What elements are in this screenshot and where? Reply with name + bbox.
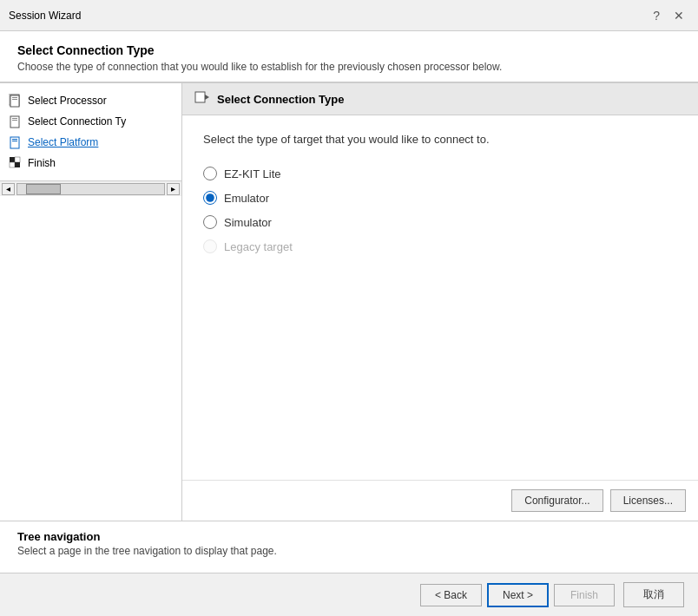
content-description: Select the type of target that you would… [203, 133, 677, 146]
nav-item-select-platform[interactable]: Select Platform [0, 132, 181, 153]
scroll-thumb [26, 184, 61, 194]
radio-item-emulator[interactable]: Emulator [203, 191, 677, 205]
content-header: Select Connection Type [182, 83, 698, 115]
nav-label-select-connection: Select Connection Ty [28, 115, 126, 128]
radio-label-ezkit: EZ-KIT Lite [224, 167, 281, 180]
nav-tree-wrapper: Select Processor Select Connection Ty Se… [0, 83, 182, 521]
svg-rect-16 [15, 162, 20, 167]
svg-rect-17 [195, 92, 205, 102]
tree-nav-footer-title: Tree navigation [17, 530, 681, 543]
svg-rect-6 [12, 99, 17, 100]
licenses-button[interactable]: Licenses... [610, 489, 686, 512]
close-button[interactable]: ✕ [668, 8, 689, 23]
page-icon-select-platform [9, 135, 23, 149]
radio-item-legacy: Legacy target [203, 239, 677, 253]
wizard-header: Select Connection Type Choose the type o… [0, 31, 698, 82]
nav-label-select-processor: Select Processor [28, 95, 107, 107]
svg-rect-11 [12, 139, 17, 140]
wizard-header-desc: Choose the type of connection that you w… [17, 61, 681, 73]
tree-nav-footer-desc: Select a page in the tree navigation to … [17, 545, 681, 557]
nav-label-finish: Finish [28, 157, 56, 169]
title-bar-title: Session Wizard [9, 10, 81, 22]
nav-item-select-processor[interactable]: Select Processor [0, 90, 181, 111]
radio-group: EZ-KIT Lite Emulator Simulator Legacy ta… [203, 167, 677, 253]
svg-rect-8 [12, 118, 17, 119]
radio-emulator[interactable] [203, 191, 217, 205]
svg-rect-4 [10, 95, 19, 107]
radio-legacy [203, 239, 217, 253]
scroll-track[interactable] [16, 183, 165, 195]
svg-marker-18 [205, 95, 209, 100]
title-bar-left: Session Wizard [9, 10, 81, 22]
content-footer-buttons: Configurator... Licenses... [182, 480, 698, 521]
scroll-right-btn[interactable]: ▸ [167, 183, 180, 195]
help-button[interactable]: ? [648, 8, 665, 23]
radio-simulator[interactable] [203, 215, 217, 229]
page-icon-select-processor [9, 94, 23, 108]
next-button[interactable]: Next > [487, 583, 549, 607]
svg-rect-13 [10, 157, 15, 162]
nav-scrollbar: ◂ ▸ [0, 180, 181, 196]
radio-label-simulator: Simulator [224, 216, 272, 229]
wizard-body: Select Processor Select Connection Ty Se… [0, 83, 698, 521]
radio-item-simulator[interactable]: Simulator [203, 215, 677, 229]
svg-rect-15 [10, 162, 15, 167]
chess-icon-finish [9, 156, 23, 170]
svg-rect-14 [15, 157, 20, 162]
back-button[interactable]: < Back [420, 584, 482, 606]
title-bar-controls: ? ✕ [648, 8, 689, 23]
nav-item-finish[interactable]: Finish [0, 153, 181, 174]
cancel-button[interactable]: 取消 [623, 582, 684, 607]
scroll-left-btn[interactable]: ◂ [2, 183, 15, 195]
title-bar: Session Wizard ? ✕ [0, 0, 698, 31]
nav-item-select-connection[interactable]: Select Connection Ty [0, 111, 181, 132]
radio-label-emulator: Emulator [224, 192, 269, 205]
content-header-title: Select Connection Type [217, 93, 344, 106]
nav-label-select-platform: Select Platform [28, 136, 98, 148]
content-header-icon [194, 90, 210, 108]
wizard-header-title: Select Connection Type [17, 43, 681, 57]
tree-nav-footer: Tree navigation Select a page in the tre… [0, 521, 698, 573]
radio-item-ezkit[interactable]: EZ-KIT Lite [203, 167, 677, 180]
svg-rect-7 [10, 116, 19, 128]
svg-rect-10 [10, 137, 19, 148]
content-body: Select the type of target that you would… [182, 115, 698, 480]
content-panel: Select Connection Type Select the type o… [182, 83, 698, 521]
svg-rect-12 [12, 141, 17, 141]
page-icon-select-connection [9, 115, 23, 128]
nav-tree: Select Processor Select Connection Ty Se… [0, 83, 182, 180]
svg-rect-9 [12, 120, 17, 121]
radio-label-legacy: Legacy target [224, 240, 293, 253]
svg-rect-5 [12, 97, 17, 98]
wizard-bottom-nav: < Back Next > Finish 取消 [0, 573, 698, 616]
radio-ezkit[interactable] [203, 167, 217, 180]
configurator-button[interactable]: Configurator... [511, 489, 603, 512]
finish-button[interactable]: Finish [554, 584, 615, 606]
